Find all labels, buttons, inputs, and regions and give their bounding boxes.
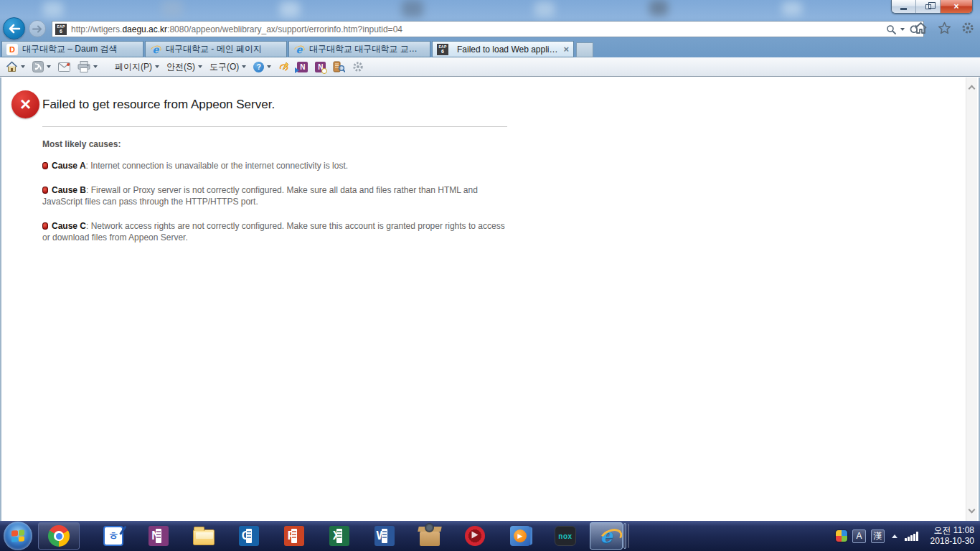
feeds-button[interactable] [32, 61, 51, 72]
taskbar: ㅎ N O P X W ▶ nox e A 漢 오전 11:08 2018-10… [0, 521, 980, 551]
nox-icon: nox [555, 526, 576, 546]
command-bar: 페이지(P) 안전(S) 도구(O) ? N N [0, 57, 980, 77]
play-icon: ▶ [514, 529, 527, 542]
search-icon[interactable] [886, 24, 896, 34]
dropdown-caret-icon [47, 65, 51, 68]
onenote-linked-icon: N [315, 62, 326, 72]
rss-feed-icon [32, 61, 44, 72]
dropdown-caret-icon [242, 65, 246, 68]
help-menu-button[interactable]: ? [253, 62, 271, 72]
dropdown-caret-icon [21, 65, 25, 68]
cause-label: Cause A [52, 161, 86, 171]
forward-button[interactable] [29, 20, 46, 37]
home-icon [6, 61, 18, 72]
taskbar-clock[interactable]: 오전 11:08 2018-10-30 [926, 525, 974, 547]
close-icon: × [953, 1, 958, 11]
addon-settings-button[interactable] [352, 61, 364, 72]
scroll-down-icon[interactable] [969, 507, 976, 514]
home-icon[interactable] [914, 22, 928, 34]
cause-label: Cause C [52, 221, 86, 231]
url-prefix: http://wtigers. [71, 24, 122, 34]
divider [42, 126, 507, 127]
address-bar[interactable]: EAP 6 http://wtigers.daegu.ac.kr:8080/ap… [52, 21, 924, 37]
scroll-up-icon[interactable] [969, 85, 976, 93]
search-dropdown-caret-icon[interactable] [900, 28, 905, 31]
internet-explorer-icon: e [293, 44, 305, 55]
network-signal-icon[interactable] [905, 532, 918, 541]
home-menu-button[interactable] [6, 61, 25, 72]
cause-label: Cause B [52, 185, 86, 195]
settings-gear-icon[interactable] [961, 22, 974, 34]
addon-pen-button[interactable] [278, 61, 290, 72]
url-text: http://wtigers.daegu.ac.kr:8080/appeon/w… [71, 24, 886, 34]
doc-page [382, 529, 387, 543]
ime-language-icon[interactable] [836, 530, 847, 542]
taskbar-hwp-button[interactable]: ㅎ [102, 524, 125, 547]
onenote-linked-notes-button[interactable]: N [315, 62, 326, 72]
package-box-icon [420, 532, 440, 546]
dropdown-caret-icon [93, 65, 98, 68]
url-domain: daegu.ac.kr [122, 24, 167, 34]
ie-e-glyph: e [600, 524, 612, 547]
tab-main-page[interactable]: e 대구대학교 - 메인 페이지 [145, 41, 287, 57]
start-button[interactable] [4, 522, 32, 550]
navigation-bar: EAP 6 http://wtigers.daegu.ac.kr:8080/ap… [0, 19, 980, 39]
tab-label: 대구대학교 – Daum 검색 [22, 43, 138, 55]
page-content-area: × Failed to get resource from Appeon Ser… [0, 77, 980, 521]
excel-icon: X [329, 526, 349, 546]
window-caption-buttons: × [891, 0, 973, 14]
doc-page [336, 529, 342, 543]
tab-label: 대구대학교 - 메인 페이지 [166, 43, 282, 55]
tab-professor-page[interactable]: e 대구대학교 대구대학교 교수 ... [288, 41, 430, 57]
taskbar-package-button[interactable] [418, 524, 441, 547]
pen-swirl-icon [278, 61, 290, 72]
taskbar-explorer-button[interactable] [192, 524, 215, 547]
show-hidden-icons-button[interactable] [892, 534, 897, 538]
close-button[interactable]: × [941, 0, 972, 13]
taskbar-internet-explorer-button[interactable]: e [590, 522, 623, 550]
taskbar-outlook-button[interactable]: O [237, 524, 260, 547]
restore-button[interactable] [916, 0, 941, 13]
error-icon: × [11, 90, 39, 118]
read-mail-button[interactable] [58, 62, 70, 72]
ie-e-glyph: e [296, 44, 303, 55]
page-favicon-eap: EAP 6 [55, 24, 67, 35]
outlook-icon: O [239, 526, 259, 546]
new-tab-button[interactable] [576, 42, 593, 57]
back-button[interactable] [3, 17, 25, 39]
taskbar-media-player-button[interactable]: ▶ [509, 524, 532, 547]
taskbar-nox-button[interactable]: nox [554, 524, 577, 547]
printer-icon [77, 61, 90, 72]
research-button[interactable] [333, 61, 345, 72]
url-suffix: :8080/appeon/weblibrary_ax/support/error… [167, 24, 402, 34]
restore-icon [925, 4, 931, 9]
taskbar-excel-button[interactable]: X [328, 524, 351, 547]
vertical-scrollbar[interactable] [966, 77, 977, 521]
print-button[interactable] [77, 61, 98, 72]
taskbar-driver-updater-button[interactable] [463, 524, 486, 547]
favicon-text-bottom: 6 [441, 49, 444, 54]
onenote-send-icon: N [297, 62, 308, 72]
menu-label: 안전(S) [166, 61, 195, 73]
menu-tools[interactable]: 도구(O) [209, 61, 246, 73]
ime-hanja-button[interactable]: 漢 [871, 529, 885, 543]
favorites-star-icon[interactable] [938, 22, 951, 34]
tab-close-icon[interactable]: × [563, 44, 569, 54]
taskbar-powerpoint-button[interactable]: P [283, 524, 306, 547]
tab-daum-search[interactable]: D 대구대학교 – Daum 검색 [1, 41, 143, 57]
cause-bullet-icon [42, 187, 48, 194]
glass-blob [280, 1, 300, 17]
windows-logo-icon [11, 529, 24, 542]
ime-mode-button[interactable]: A [852, 529, 866, 543]
gear-icon [352, 61, 364, 72]
taskbar-chrome-button[interactable] [38, 522, 80, 550]
tab-failed-to-load[interactable]: EAP 6 Failed to load Web applicat... × [432, 41, 574, 57]
onenote-send-button[interactable]: N [297, 62, 308, 72]
taskbar-word-button[interactable]: W [373, 524, 396, 547]
menu-safety[interactable]: 안전(S) [166, 61, 202, 73]
menu-page[interactable]: 페이지(P) [115, 61, 159, 73]
minimize-button[interactable] [892, 0, 916, 13]
cause-text: : Internet connection is unavailable or … [86, 161, 349, 171]
cause-item-c: Cause C: Network access rights are not c… [42, 220, 507, 243]
taskbar-onenote-button[interactable]: N [147, 524, 170, 547]
